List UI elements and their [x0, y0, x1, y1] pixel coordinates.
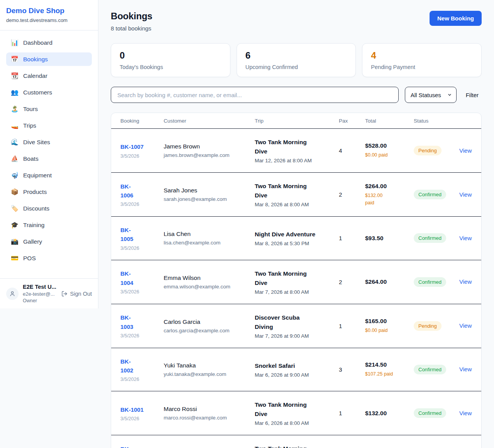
user-meta: E2E Test U... e2e-tester@... Owner [23, 284, 57, 303]
page-heading-group: Bookings 8 total bookings [111, 11, 152, 32]
sidebar-item-trips[interactable]: 🚤 Trips [6, 119, 92, 132]
user-section: E2E Test U... e2e-tester@... Owner Sign … [0, 278, 98, 308]
booking-id-link[interactable]: BK- 1006 [120, 182, 133, 200]
booking-cell: BK-1001 3/5/2026 [120, 405, 164, 421]
customer-name: James Brown [164, 143, 255, 150]
user-email: e2e-tester@... [23, 291, 57, 297]
booking-date: 3/5/2026 [120, 416, 164, 421]
status-cell: Confirmed [414, 190, 459, 199]
view-link[interactable]: View [459, 191, 472, 198]
total-cell: $528.00 $0.00 paid [365, 142, 414, 158]
filter-button[interactable]: Filter [463, 92, 482, 98]
page-header: Bookings 8 total bookings New Booking [111, 11, 482, 32]
sidebar-item-tours[interactable]: 🏝️ Tours [6, 102, 92, 116]
actions-cell: View [459, 235, 472, 242]
customer-email: emma.wilson@example.com [164, 284, 255, 290]
view-link[interactable]: View [459, 235, 472, 241]
trips-icon: 🚤 [11, 122, 19, 129]
booking-id-link[interactable]: BK- 1003 [120, 313, 133, 331]
booking-cell: BK- 1002 3/5/2026 [120, 357, 164, 382]
view-link[interactable]: View [459, 147, 472, 154]
sidebar-item-label: Customers [23, 89, 52, 96]
view-link[interactable]: View [459, 278, 472, 285]
view-link[interactable]: View [459, 322, 472, 329]
booking-cell: BK- 1000 3/5/2026 [120, 445, 164, 448]
products-icon: 📦 [11, 188, 19, 195]
customer-name: Marco Rossi [164, 406, 255, 413]
pax-value: 2 [339, 191, 365, 198]
customer-email: marco.rossi@example.com [164, 415, 255, 421]
customer-email: carlos.garcia@example.com [164, 328, 255, 333]
customer-cell: Lisa Chen lisa.chen@example.com [164, 231, 255, 246]
status-badge: Confirmed [414, 365, 446, 374]
pax-value: 2 [339, 279, 365, 285]
table-header: Booking Customer Trip Pax Total Status [111, 113, 481, 129]
customer-cell: Marco Rossi marco.rossi@example.com [164, 406, 255, 421]
sidebar-item-boats[interactable]: ⛵ Boats [6, 152, 92, 165]
sidebar-item-gallery[interactable]: 📸 Gallery [6, 235, 92, 248]
view-link[interactable]: View [459, 410, 472, 416]
pax-value: 1 [339, 323, 365, 329]
stat-label: Pending Payment [371, 64, 473, 70]
actions-cell: View [459, 366, 472, 373]
booking-id-link[interactable]: BK- 1000 [120, 445, 133, 448]
table-row: BK-1007 3/5/2026 James Brown james.brown… [111, 129, 481, 172]
trip-datetime: Mar 6, 2026 at 9:00 AM [255, 372, 339, 378]
actions-cell: View [459, 322, 472, 329]
sign-out-label: Sign Out [70, 291, 92, 297]
bookings-table: Booking Customer Trip Pax Total Status B… [111, 113, 482, 448]
discounts-icon: 🏷️ [11, 205, 19, 212]
sidebar-item-discounts[interactable]: 🏷️ Discounts [6, 202, 92, 215]
search-input[interactable] [111, 87, 399, 103]
sign-out-button[interactable]: Sign Out [61, 291, 92, 297]
sidebar-item-products[interactable]: 📦 Products [6, 185, 92, 199]
status-select[interactable]: All Statuses [405, 87, 457, 103]
status-badge: Confirmed [414, 190, 446, 199]
trip-cell: Discover Scuba Diving Mar 7, 2026 at 9:0… [255, 313, 339, 339]
table-body: BK-1007 3/5/2026 James Brown james.brown… [111, 129, 481, 448]
view-link[interactable]: View [459, 366, 472, 372]
booking-date: 3/5/2026 [120, 377, 164, 382]
booking-id-link[interactable]: BK- 1005 [120, 226, 133, 244]
total-amount: $264.00 [365, 183, 414, 190]
booking-id-link[interactable]: BK- 1002 [120, 357, 133, 375]
tours-icon: 🏝️ [11, 105, 19, 113]
total-cell: $264.00 $132.00 paid [365, 183, 414, 206]
shop-domain: demo.test.divestreams.com [6, 17, 92, 23]
sidebar-item-label: Discounts [23, 205, 49, 212]
stat-label: Today's Bookings [120, 64, 222, 70]
status-badge: Confirmed [414, 408, 446, 418]
total-amount: $165.00 [365, 318, 414, 325]
sidebar-item-dashboard[interactable]: 📊 Dashboard [6, 36, 92, 49]
sidebar-item-bookings[interactable]: 📅 Bookings [6, 52, 92, 66]
booking-date: 3/5/2026 [120, 246, 164, 251]
trip-cell: Two Tank Morning Dive Mar 12, 2026 at 8:… [255, 138, 339, 163]
booking-cell: BK- 1006 3/5/2026 [120, 182, 164, 207]
sidebar-item-pos[interactable]: 💳 POS [6, 251, 92, 265]
sidebar-item-training[interactable]: 🎓 Training [6, 218, 92, 232]
sidebar-item-customers[interactable]: 👥 Customers [6, 86, 92, 99]
booking-id-link[interactable]: BK- 1004 [120, 269, 133, 287]
sidebar-item-equipment[interactable]: 🤿 Equipment [6, 168, 92, 182]
gallery-icon: 📸 [11, 238, 19, 245]
total-amount: $264.00 [365, 278, 414, 285]
pos-icon: 💳 [11, 254, 19, 262]
total-cell: $132.00 [365, 410, 414, 417]
booking-cell: BK- 1005 3/5/2026 [120, 226, 164, 251]
sidebar-item-dive-sites[interactable]: 🌊 Dive Sites [6, 135, 92, 149]
trip-datetime: Mar 8, 2026 at 8:00 AM [255, 202, 339, 207]
customer-cell: James Brown james.brown@example.com [164, 143, 255, 158]
sidebar-item-calendar[interactable]: 📆 Calendar [6, 69, 92, 83]
sidebar-item-label: Trips [23, 122, 36, 129]
shop-name: Demo Dive Shop [6, 7, 92, 15]
booking-id-link[interactable]: BK-1001 [120, 405, 144, 414]
table-row: BK- 1002 3/5/2026 Yuki Tanaka yuki.tanak… [111, 348, 481, 391]
booking-cell: BK-1007 3/5/2026 [120, 142, 164, 158]
trip-cell: Two Tank Morning Dive Mar 7, 2026 at 8:0… [255, 269, 339, 295]
customer-email: yuki.tanaka@example.com [164, 371, 255, 377]
new-booking-button[interactable]: New Booking [430, 11, 482, 26]
stats-cards: 0 Today's Bookings 6 Upcoming Confirmed … [111, 43, 482, 77]
col-header-customer: Customer [164, 118, 255, 124]
pax-value: 1 [339, 410, 365, 416]
booking-id-link[interactable]: BK-1007 [120, 142, 144, 151]
